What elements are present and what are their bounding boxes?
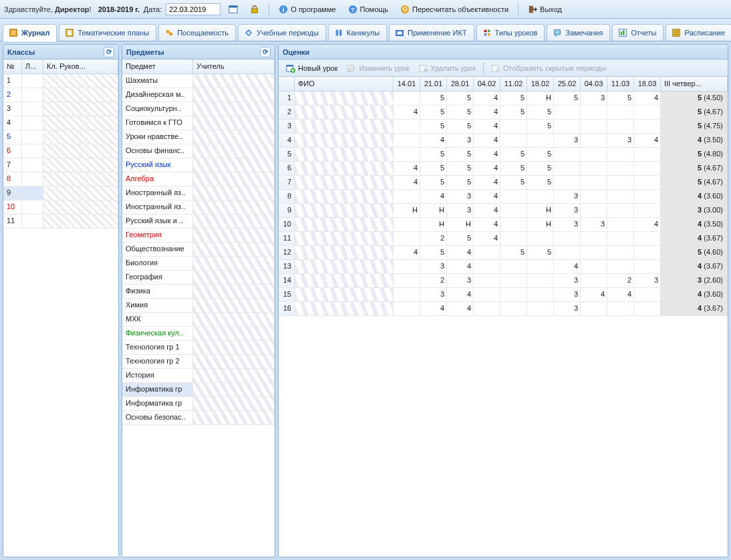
- student-row[interactable]: 5554555 (4.80): [279, 148, 728, 162]
- help-button[interactable]: ? Помощь: [344, 3, 393, 15]
- grade-cell[interactable]: [607, 106, 634, 119]
- grade-cell[interactable]: [474, 246, 500, 259]
- col-date[interactable]: 18.03: [634, 77, 661, 91]
- grade-cell[interactable]: [500, 120, 527, 133]
- grade-cell[interactable]: [527, 190, 554, 203]
- class-row[interactable]: 11: [3, 215, 118, 229]
- subject-row[interactable]: Технология гр 2: [122, 355, 275, 369]
- subject-row[interactable]: История: [122, 369, 275, 383]
- grade-cell[interactable]: [607, 232, 634, 245]
- grade-cell[interactable]: [581, 176, 607, 189]
- grade-cell[interactable]: 4: [420, 190, 447, 203]
- grade-cell[interactable]: [581, 246, 607, 259]
- grade-cell[interactable]: 5: [500, 176, 527, 189]
- grade-cell[interactable]: 4: [474, 92, 500, 105]
- student-row[interactable]: 133444 (3.67): [279, 260, 728, 274]
- student-row[interactable]: 15545Н53545 (4.50): [279, 92, 728, 106]
- grade-cell[interactable]: [554, 176, 581, 189]
- grade-cell[interactable]: 3: [554, 204, 581, 217]
- grade-cell[interactable]: 5: [420, 120, 447, 133]
- col-number[interactable]: №: [3, 59, 22, 74]
- grade-cell[interactable]: 4: [554, 260, 581, 273]
- grade-cell[interactable]: [394, 302, 420, 315]
- grade-cell[interactable]: [394, 232, 420, 245]
- grade-cell[interactable]: [607, 246, 634, 259]
- col-quarter[interactable]: III четвер...: [661, 77, 728, 91]
- grade-cell[interactable]: 5: [420, 92, 447, 105]
- grade-cell[interactable]: 4: [634, 218, 661, 231]
- grade-cell[interactable]: 3: [420, 288, 447, 301]
- grade-cell[interactable]: [607, 260, 634, 273]
- grade-cell[interactable]: 5: [447, 162, 474, 175]
- grade-cell[interactable]: [500, 218, 527, 231]
- student-row[interactable]: 164434 (3.67): [279, 302, 728, 316]
- grade-cell[interactable]: 3: [420, 260, 447, 273]
- grade-cell[interactable]: [634, 148, 661, 161]
- subject-row[interactable]: Биология: [122, 257, 275, 271]
- grade-cell[interactable]: [554, 246, 581, 259]
- grade-cell[interactable]: 4: [634, 134, 661, 147]
- class-row[interactable]: 6: [3, 144, 118, 158]
- tab-посещаемость[interactable]: Посещаемость: [158, 24, 236, 41]
- subject-row[interactable]: Русский язык и ..: [122, 215, 275, 229]
- class-row[interactable]: 4: [3, 116, 118, 130]
- col-subject[interactable]: Предмет: [122, 59, 193, 74]
- subject-row[interactable]: МХК: [122, 313, 275, 327]
- grade-cell[interactable]: 4: [474, 106, 500, 119]
- student-row[interactable]: 14233233 (2.60): [279, 274, 728, 288]
- reload-icon[interactable]: ⟳: [104, 47, 114, 57]
- grade-cell[interactable]: [581, 190, 607, 203]
- col-date[interactable]: 14.01: [394, 77, 420, 91]
- grade-cell[interactable]: [394, 274, 420, 287]
- class-row[interactable]: 5: [3, 130, 118, 144]
- subject-row[interactable]: Дизайнерская м..: [122, 88, 275, 102]
- grade-cell[interactable]: 4: [420, 302, 447, 315]
- grade-cell[interactable]: Н: [420, 204, 447, 217]
- subject-row[interactable]: Технология гр 1: [122, 341, 275, 355]
- grade-cell[interactable]: [500, 232, 527, 245]
- grade-cell[interactable]: 3: [581, 92, 607, 105]
- grade-cell[interactable]: [581, 274, 607, 287]
- grade-cell[interactable]: [607, 204, 634, 217]
- grade-cell[interactable]: 5: [420, 246, 447, 259]
- grade-cell[interactable]: 5: [420, 148, 447, 161]
- grade-cell[interactable]: [500, 288, 527, 301]
- grade-cell[interactable]: [634, 120, 661, 133]
- col-date[interactable]: 04.03: [581, 77, 607, 91]
- grade-cell[interactable]: 3: [554, 134, 581, 147]
- grade-cell[interactable]: [634, 176, 661, 189]
- grade-cell[interactable]: [581, 232, 607, 245]
- grade-cell[interactable]: 4: [394, 176, 420, 189]
- grade-cell[interactable]: [607, 218, 634, 231]
- grade-cell[interactable]: [634, 204, 661, 217]
- grade-cell[interactable]: [500, 260, 527, 273]
- grade-cell[interactable]: [394, 288, 420, 301]
- grade-cell[interactable]: 5: [527, 148, 554, 161]
- grade-cell[interactable]: [500, 204, 527, 217]
- grade-cell[interactable]: Н: [527, 204, 554, 217]
- grade-cell[interactable]: 4: [634, 92, 661, 105]
- grade-cell[interactable]: 4: [474, 190, 500, 203]
- grade-cell[interactable]: [474, 288, 500, 301]
- grade-cell[interactable]: 3: [554, 288, 581, 301]
- grade-cell[interactable]: 4: [474, 176, 500, 189]
- grade-cell[interactable]: 5: [527, 162, 554, 175]
- grade-cell[interactable]: 4: [581, 288, 607, 301]
- exit-button[interactable]: Выход: [524, 3, 566, 15]
- subject-row[interactable]: Основы безопас..: [122, 411, 275, 425]
- grade-cell[interactable]: [394, 120, 420, 133]
- tab-применение-икт[interactable]: Применение ИКТ: [389, 24, 474, 41]
- subject-row[interactable]: Обществознание: [122, 243, 275, 257]
- subject-row[interactable]: Алгебра: [122, 172, 275, 186]
- grade-cell[interactable]: 5: [500, 162, 527, 175]
- student-row[interactable]: 15343444 (3.60): [279, 288, 728, 302]
- grade-cell[interactable]: 4: [474, 232, 500, 245]
- grade-cell[interactable]: 3: [607, 134, 634, 147]
- subject-row[interactable]: Геометрия: [122, 229, 275, 243]
- grade-cell[interactable]: [394, 92, 420, 105]
- grade-cell[interactable]: 5: [447, 176, 474, 189]
- grade-cell[interactable]: [527, 274, 554, 287]
- subject-row[interactable]: Уроки нравстве..: [122, 130, 275, 144]
- student-row[interactable]: 12454555 (4.60): [279, 246, 728, 260]
- grade-cell[interactable]: [527, 302, 554, 315]
